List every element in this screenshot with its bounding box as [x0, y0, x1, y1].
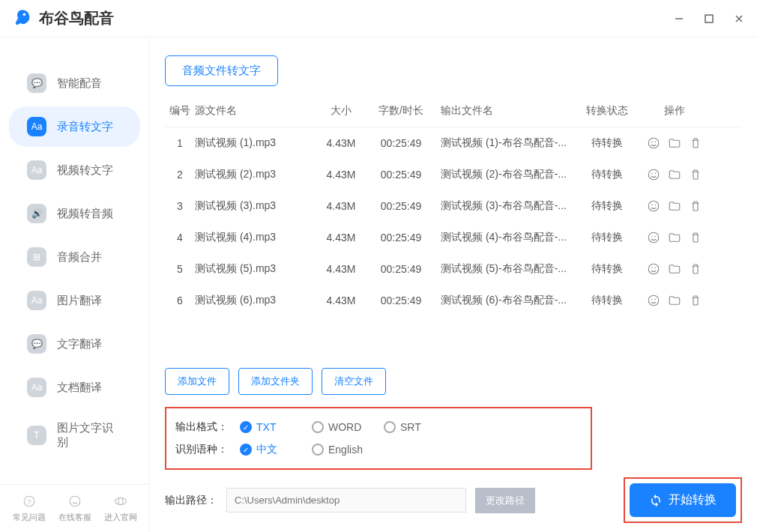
settings-panel: 输出格式： TXT WORD SRT 识别语种： 中文 English [165, 407, 592, 470]
sidebar-label-8: 图片文字识别 [57, 421, 122, 450]
output-path-label: 输出路径： [165, 494, 217, 507]
sidebar-item-3[interactable]: 🔊视频转音频 [9, 193, 140, 234]
open-folder-icon[interactable] [668, 199, 681, 213]
svg-point-18 [655, 205, 657, 206]
svg-point-23 [651, 267, 653, 269]
footer-item-1[interactable]: 在线客服 [58, 494, 91, 523]
cell-out: 测试视频 (1)-布谷鸟配音-... [435, 136, 577, 150]
cell-size: 4.43M [315, 200, 367, 212]
lang-chinese-radio[interactable]: 中文 [240, 443, 300, 456]
cell-status: 待转换 [577, 231, 637, 244]
sidebar-item-4[interactable]: ⊞音频合并 [9, 237, 140, 277]
add-folder-button[interactable]: 添加文件夹 [238, 368, 313, 395]
svg-point-12 [655, 142, 657, 143]
tab-audio-to-text[interactable]: 音频文件转文字 [165, 55, 278, 86]
lang-english-radio[interactable]: English [312, 444, 372, 456]
svg-point-25 [648, 295, 659, 306]
preview-icon[interactable] [647, 294, 660, 307]
sidebar-item-5[interactable]: Aa图片翻译 [9, 280, 140, 321]
preview-icon[interactable] [647, 199, 660, 213]
open-folder-icon[interactable] [668, 294, 681, 307]
svg-point-17 [651, 205, 653, 206]
close-button[interactable] [733, 13, 745, 25]
sidebar-item-8[interactable]: T图片文字识别 [9, 411, 140, 460]
cell-size: 4.43M [315, 137, 367, 149]
cell-src: 测试视频 (2).mp3 [195, 168, 315, 181]
delete-icon[interactable] [689, 231, 702, 244]
delete-icon[interactable] [689, 294, 702, 307]
table-row: 3 测试视频 (3).mp3 4.43M 00:25:49 测试视频 (3)-布… [165, 190, 742, 222]
delete-icon[interactable] [689, 199, 702, 213]
svg-point-27 [655, 299, 657, 300]
delete-icon[interactable] [689, 262, 702, 276]
svg-point-10 [648, 138, 659, 148]
delete-icon[interactable] [689, 168, 702, 181]
svg-point-19 [648, 232, 659, 243]
preview-icon[interactable] [647, 168, 660, 181]
sidebar-icon-4: ⊞ [27, 247, 46, 267]
cell-status: 待转换 [577, 168, 637, 181]
cell-src: 测试视频 (3).mp3 [195, 199, 315, 213]
cell-out: 测试视频 (4)-布谷鸟配音-... [435, 231, 577, 244]
sidebar-icon-3: 🔊 [27, 204, 46, 223]
cell-size: 4.43M [315, 294, 367, 306]
cell-dur: 00:25:49 [367, 232, 435, 244]
sidebar-icon-5: Aa [27, 291, 46, 310]
format-srt-radio[interactable]: SRT [384, 421, 444, 433]
content-area: 音频文件转文字 编号 源文件名 大小 字数/时长 输出文件名 转换状态 操作 1… [150, 37, 757, 532]
cell-dur: 00:25:49 [367, 200, 435, 212]
svg-point-7 [70, 496, 80, 507]
sidebar-item-0[interactable]: 💬智能配音 [9, 63, 140, 103]
open-folder-icon[interactable] [668, 262, 681, 276]
format-txt-radio[interactable]: TXT [240, 421, 300, 433]
sidebar-label-7: 文档翻译 [57, 381, 102, 395]
sidebar-item-7[interactable]: Aa文档翻译 [9, 367, 140, 408]
start-convert-button[interactable]: 开始转换 [630, 483, 736, 517]
col-header-idx: 编号 [165, 104, 195, 118]
sidebar-label-5: 图片翻译 [57, 294, 102, 308]
sidebar-label-6: 文字翻译 [57, 337, 102, 351]
output-path-input[interactable] [226, 488, 466, 513]
svg-point-8 [115, 498, 126, 505]
cell-src: 测试视频 (1).mp3 [195, 136, 315, 150]
sidebar-item-2[interactable]: Aa视频转文字 [9, 150, 140, 190]
sidebar-icon-0: 💬 [27, 73, 46, 93]
svg-point-9 [118, 498, 123, 505]
cell-idx: 2 [165, 169, 195, 181]
footer-icon-1 [67, 494, 82, 509]
preview-icon[interactable] [647, 262, 660, 276]
start-label: 开始转换 [669, 492, 717, 508]
sidebar-icon-1: Aa [27, 117, 46, 136]
app-logo-icon [12, 8, 33, 29]
sidebar-label-3: 视频转音频 [57, 207, 113, 221]
sidebar-item-6[interactable]: 💬文字翻译 [9, 324, 140, 364]
svg-point-26 [651, 299, 653, 300]
format-word-radio[interactable]: WORD [312, 421, 372, 433]
footer-item-2[interactable]: 进入官网 [104, 494, 137, 523]
cell-dur: 00:25:49 [367, 263, 435, 275]
lang-label: 识别语种： [175, 443, 228, 456]
preview-icon[interactable] [647, 231, 660, 244]
app-title: 布谷鸟配音 [39, 8, 114, 28]
open-folder-icon[interactable] [668, 136, 681, 150]
sidebar-item-1[interactable]: Aa录音转文字 [9, 106, 140, 147]
delete-icon[interactable] [689, 136, 702, 150]
open-folder-icon[interactable] [668, 231, 681, 244]
open-folder-icon[interactable] [668, 168, 681, 181]
clear-files-button[interactable]: 清空文件 [322, 368, 386, 395]
convert-icon [649, 494, 663, 507]
footer-item-0[interactable]: ?常见问题 [13, 494, 46, 523]
preview-icon[interactable] [647, 136, 660, 150]
cell-idx: 4 [165, 232, 195, 244]
sidebar-icon-7: Aa [27, 378, 46, 397]
minimize-button[interactable] [673, 13, 685, 25]
file-table: 编号 源文件名 大小 字数/时长 输出文件名 转换状态 操作 1 测试视频 (1… [165, 95, 742, 353]
svg-rect-2 [705, 15, 713, 22]
sidebar-icon-6: 💬 [27, 334, 46, 354]
maximize-button[interactable] [703, 13, 715, 25]
change-path-button[interactable]: 更改路径 [475, 488, 535, 513]
cell-idx: 6 [165, 294, 195, 306]
svg-point-24 [655, 267, 657, 269]
table-row: 6 测试视频 (6).mp3 4.43M 00:25:49 测试视频 (6)-布… [165, 285, 742, 316]
add-file-button[interactable]: 添加文件 [165, 368, 229, 395]
